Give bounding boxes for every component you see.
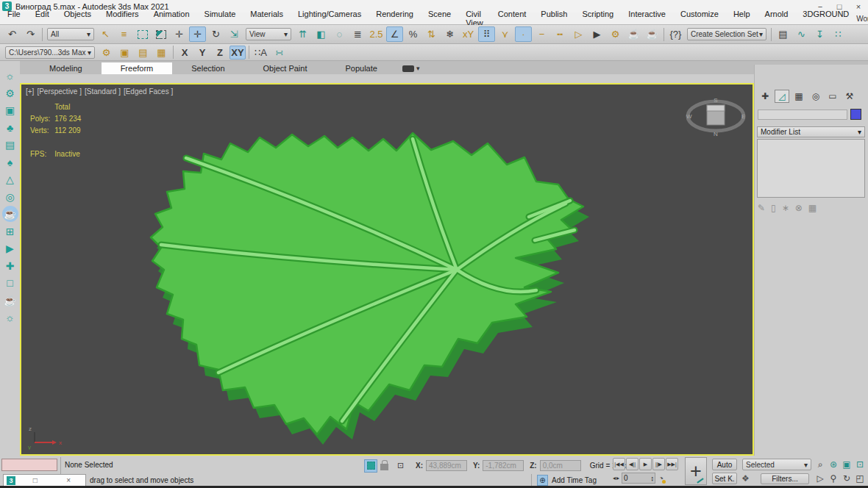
tab-utilities[interactable]: ⚒ [842, 90, 857, 103]
tab-display[interactable]: ▭ [825, 90, 840, 103]
viewport-shading-label[interactable]: [Edged Faces ] [124, 87, 173, 96]
viewport-pov-label[interactable]: [Perspective ] [37, 87, 82, 96]
snap-toggle-icon[interactable]: 2.5 [368, 26, 385, 42]
undo-icon[interactable]: ↶ [4, 26, 21, 42]
schematic-view-icon[interactable]: ∷ [830, 26, 847, 42]
object-color-swatch[interactable] [850, 109, 861, 120]
x-coordinate-field[interactable]: 43,889cm [426, 460, 467, 471]
teapot-render-icon[interactable]: ☕ [2, 206, 18, 222]
zoom-all-icon[interactable]: ⊛ [827, 457, 840, 471]
axis-y-button[interactable]: Y [194, 46, 210, 60]
select-and-link-icon[interactable]: ✛ [171, 26, 188, 42]
select-object-icon[interactable]: ↖ [97, 26, 114, 42]
bulb-icon[interactable]: ☼ [2, 309, 18, 326]
maxscript-mini-listener[interactable] [1, 459, 57, 471]
grid-snap-icon[interactable]: ⠿ [478, 26, 495, 42]
fov-icon[interactable]: ▷ [814, 471, 827, 485]
curve-editor-icon[interactable]: ∿ [793, 26, 810, 42]
view-cube[interactable]: S N W E [685, 95, 747, 137]
spacing-tool-icon[interactable]: ∺ [271, 45, 288, 60]
tree-outline-icon[interactable]: △ [2, 171, 18, 187]
camera-icon[interactable]: ▣ [2, 102, 18, 118]
y-coordinate-field[interactable]: -1,782cm [483, 460, 524, 471]
key-selection-dropdown[interactable]: Selected ▾ [742, 459, 811, 470]
zoom-extents-all-icon[interactable]: ⊡ [853, 457, 867, 471]
window-star-icon[interactable]: ⊞ [2, 223, 18, 240]
select-and-move-icon[interactable]: ✛ [189, 26, 206, 42]
selection-lock-icon[interactable] [380, 464, 388, 470]
teapot-outline-icon[interactable]: ☕ [2, 293, 18, 309]
mini-maximize-button[interactable]: □ [18, 476, 52, 484]
spinner-snap-icon[interactable]: ⇅ [423, 26, 440, 42]
manipulate-icon[interactable]: ⋎ [497, 26, 513, 42]
time-configuration-button[interactable]: ◔ [658, 473, 664, 484]
tree-icon[interactable]: ♠ [2, 154, 18, 171]
gear-ring-icon[interactable]: ◎ [2, 189, 18, 205]
tab-selection[interactable]: Selection [172, 62, 243, 74]
make-unique-icon[interactable]: ∗ [782, 203, 789, 213]
leaf-model[interactable] [21, 85, 753, 454]
tab-object-paint[interactable]: Object Paint [244, 62, 327, 74]
set-key-button[interactable]: Set K. [712, 473, 737, 484]
scene-explorer-icon[interactable]: ❄ [441, 26, 458, 42]
axis-xy-button[interactable]: XY [230, 46, 246, 60]
mirror-icon[interactable]: ◧ [313, 26, 330, 42]
sun-gear-icon[interactable]: ⚙ [2, 85, 18, 101]
orbit-icon[interactable]: ↻ [840, 471, 853, 485]
remove-modifier-icon[interactable]: ⊗ [795, 203, 803, 213]
render-setup-icon[interactable]: ⚙ [607, 26, 624, 42]
current-frame-field[interactable]: 0 ▴▾ [622, 473, 655, 484]
monitor-icon[interactable]: □ [2, 275, 18, 291]
tab-hierarchy[interactable]: ▦ [791, 90, 806, 103]
absolute-mode-icon[interactable]: ⊡ [392, 458, 409, 473]
array-icon[interactable]: ∷A [252, 45, 269, 60]
isolate-selection-toggle[interactable] [364, 459, 377, 473]
asset-link-icon[interactable]: ▤ [135, 45, 152, 60]
dope-sheet-icon[interactable]: ↧ [811, 26, 828, 42]
lamp-icon[interactable]: ☼ [2, 68, 18, 84]
pin-stack-icon[interactable]: ✎ [758, 203, 765, 213]
viewport-style-label[interactable]: [Standard ] [85, 87, 121, 96]
show-end-result-icon[interactable]: ▯ [771, 203, 776, 213]
isolate-selection-icon[interactable]: ▷ [570, 26, 587, 42]
edge-snap-icon[interactable]: − [533, 26, 550, 42]
align-icon[interactable]: ≣ [349, 26, 366, 42]
render-production-icon[interactable]: ☕ [644, 26, 661, 42]
ribbon-minimize-dropdown[interactable]: ▾ [402, 65, 420, 74]
viewport-menu-plus[interactable]: [+] [26, 87, 34, 96]
perspective-viewport[interactable]: [+] [Perspective ] [Standard ] [Edged Fa… [20, 83, 754, 456]
auto-key-button[interactable]: Auto [712, 459, 737, 470]
keyboard-shortcut-override-icon[interactable]: {?} [667, 26, 684, 42]
tab-freeform[interactable]: Freeform [102, 62, 173, 74]
select-and-scale-icon[interactable]: ⇲ [226, 26, 243, 42]
next-frame-button[interactable]: ||▶ [652, 458, 665, 470]
keyboard-snap-icon[interactable]: ∙ [515, 26, 532, 42]
window-crossing-icon[interactable] [152, 26, 169, 42]
use-pivot-point-icon[interactable]: ⇈ [294, 26, 311, 42]
soft-selection-icon[interactable]: ◌ [331, 26, 348, 42]
percent-snap-icon[interactable]: % [405, 26, 421, 42]
trees-icon[interactable]: ♣ [2, 120, 18, 136]
select-by-name-icon[interactable]: ≡ [115, 26, 132, 42]
camera-add-icon[interactable]: ✚ [2, 258, 18, 274]
play-monitor-icon[interactable]: ▶ [2, 240, 18, 256]
tab-modeling[interactable]: Modeling [30, 62, 102, 74]
tab-populate[interactable]: Populate [326, 62, 396, 74]
zoom-extents-icon[interactable]: ▣ [840, 457, 853, 471]
key-filters-icon[interactable]: ❖ [741, 473, 750, 484]
asset-folder-icon[interactable]: ▣ [116, 45, 133, 60]
tree-list-icon[interactable]: ▤ [2, 137, 18, 153]
rendered-frame-icon[interactable]: ☕ [625, 26, 642, 42]
go-to-end-button[interactable]: ▶▶| [666, 458, 678, 470]
axis-x-button[interactable]: X [177, 46, 193, 60]
go-to-start-button[interactable]: |◀◀ [613, 458, 625, 470]
create-selection-set-dropdown[interactable]: Create Selection Set ▾ [687, 28, 766, 40]
project-path-dropdown[interactable]: C:\Users\790...3ds Max 202: ▾ [5, 46, 95, 59]
select-and-rotate-icon[interactable]: ↻ [207, 26, 224, 42]
set-keys-button[interactable]: + [685, 457, 707, 485]
mini-close-button[interactable]: × [52, 476, 86, 484]
modifier-list-dropdown[interactable]: Modifier List ▾ [757, 126, 865, 137]
named-selection-icon[interactable]: xY [460, 26, 477, 42]
play-button[interactable]: ▶ [639, 458, 652, 470]
z-coordinate-field[interactable]: 0,0cm [540, 460, 581, 471]
